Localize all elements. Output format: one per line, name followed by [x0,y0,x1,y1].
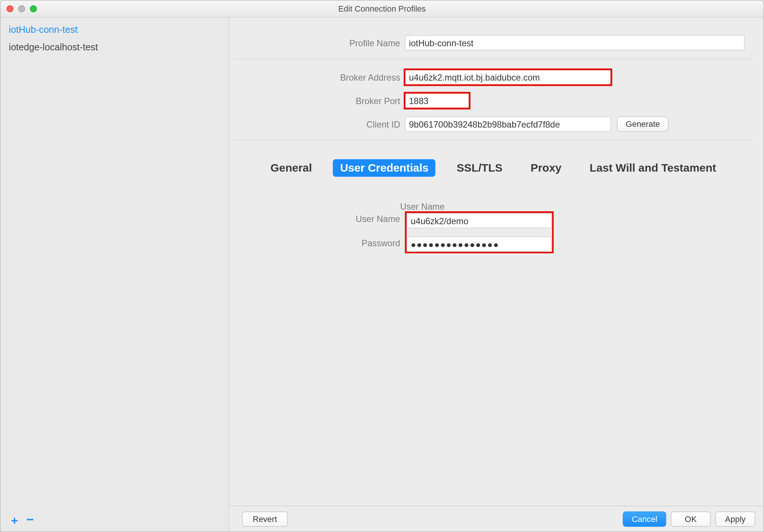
profile-name-input[interactable] [405,35,745,50]
client-id-input[interactable] [405,116,611,132]
tab-general[interactable]: General [263,159,319,177]
window-title: Edit Connection Profiles [1,4,764,13]
footer: Revert Cancel OK Apply [229,506,763,531]
tab-proxy[interactable]: Proxy [523,159,569,177]
row-broker-port: Broker Port [234,93,753,108]
row-broker-address: Broker Address [234,70,753,85]
profile-list: iotHub-conn-test iotedge-localhost-test [1,18,229,509]
window-body: iotHub-conn-test iotedge-localhost-test … [1,18,764,531]
label-user-name-overlay: User Name [234,214,405,224]
revert-button[interactable]: Revert [242,511,288,526]
apply-button[interactable]: Apply [716,511,755,526]
divider-2 [234,140,753,141]
broker-address-input[interactable] [405,70,611,85]
tab-user-credentials[interactable]: User Credentials [333,159,436,177]
profile-item-iotedge[interactable]: iotedge-localhost-test [1,39,229,56]
ok-button[interactable]: OK [671,511,711,526]
cancel-button[interactable]: Cancel [623,511,666,526]
label-broker-address: Broker Address [234,72,405,82]
row-profile-name: Profile Name [234,35,753,50]
close-window-button[interactable] [6,5,13,12]
credentials-highlight [405,211,554,253]
label-profile-name: Profile Name [234,38,405,48]
edit-connection-profiles-window: Edit Connection Profiles iotHub-conn-tes… [0,0,764,532]
user-name-input[interactable] [407,213,552,228]
tab-last-will[interactable]: Last Will and Testament [583,159,723,177]
profile-item-iothub[interactable]: iotHub-conn-test [1,21,229,38]
row-client-id: Client ID Generate [234,116,753,132]
label-password-overlay: Password [234,238,405,248]
label-client-id: Client ID [234,119,405,129]
broker-port-input[interactable] [405,93,469,108]
window-controls [6,5,37,12]
generate-button[interactable]: Generate [617,116,669,132]
titlebar: Edit Connection Profiles [1,1,764,18]
sidebar-footer: + − [1,509,229,532]
form-area: Profile Name Broker Address Broker Port … [229,18,763,253]
content-pane: Profile Name Broker Address Broker Port … [229,18,763,531]
tab-bar: General User Credentials SSL/TLS Proxy L… [234,159,753,177]
sidebar: iotHub-conn-test iotedge-localhost-test … [1,18,229,531]
zoom-window-button[interactable] [30,5,37,12]
password-input[interactable] [407,237,552,252]
minimize-window-button[interactable] [18,5,25,12]
tab-ssl-tls[interactable]: SSL/TLS [450,159,509,177]
label-user-name: User Name [400,201,405,212]
label-broker-port: Broker Port [234,96,405,106]
add-profile-icon[interactable]: + [11,514,18,526]
remove-profile-icon[interactable]: − [26,513,34,526]
divider-1 [234,59,753,59]
